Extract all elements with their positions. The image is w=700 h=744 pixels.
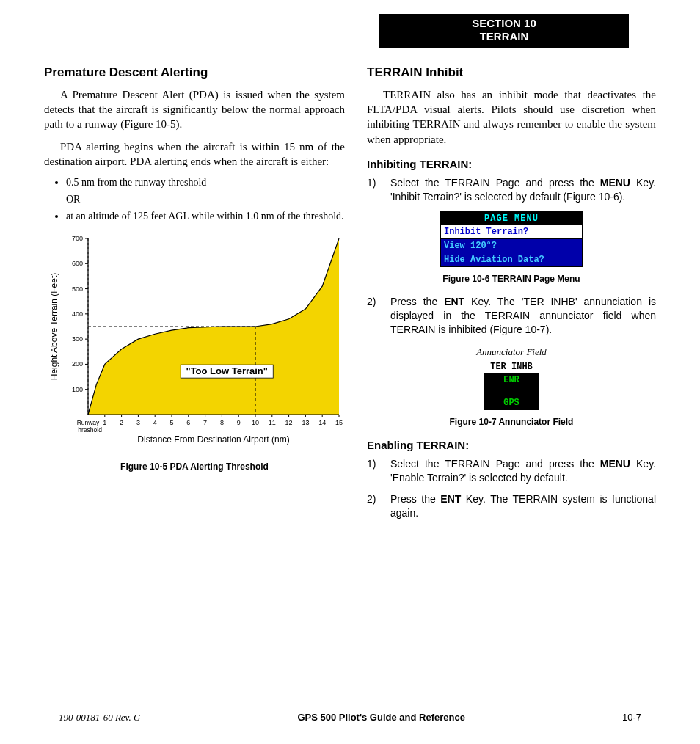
right-column: TERRAIN Inhibit TERRAIN also has an inhi… (367, 65, 656, 528)
or-label: OR (66, 193, 345, 207)
svg-text:Threshold: Threshold (74, 426, 102, 434)
page-menu-fig: PAGE MENU Inhibit Terrain? View 120°? Hi… (440, 211, 583, 267)
enable-step-1: 1) Select the TERRAIN Page and press the… (367, 457, 656, 485)
pda-chart-svg: 1234567891011121314151002003004005006007… (44, 231, 345, 451)
list-item-text: 0.5 nm from the runway threshold (66, 177, 206, 188)
step-text: Select the TERRAIN Page and press the ME… (390, 176, 656, 204)
svg-text:Distance From Destination Airp: Distance From Destination Airport (nm) (137, 434, 289, 445)
page-menu-row: Hide Aviation Data? (441, 253, 582, 266)
step-number: 1) (367, 457, 390, 485)
svg-text:14: 14 (318, 419, 326, 426)
annunciator-enr: ENR (484, 373, 539, 387)
svg-text:2: 2 (120, 419, 123, 426)
page-footer: 190-00181-60 Rev. G GPS 500 Pilot's Guid… (59, 712, 641, 723)
svg-text:1: 1 (103, 419, 106, 426)
enable-step-2: 2) Press the ENT Key. The TERRAIN system… (367, 492, 656, 520)
step-text: Press the ENT Key. The 'TER INHB' annunc… (390, 295, 656, 337)
list-item: 0.5 nm from the runway threshold OR (66, 176, 345, 207)
step-number: 2) (367, 295, 390, 337)
svg-text:13: 13 (302, 419, 309, 426)
inhibit-step-2: 2) Press the ENT Key. The 'TER INHB' ann… (367, 295, 656, 337)
annunciator-box: TER INHB ENR GPS (484, 360, 539, 410)
doc-rev: 190-00181-60 Rev. G (59, 712, 140, 723)
figure-10-5-caption: Figure 10-5 PDA Alerting Threshold (44, 461, 345, 473)
pda-conditions-list: 0.5 nm from the runway threshold OR at a… (66, 176, 345, 224)
step-number: 2) (367, 492, 390, 520)
ent-key-label: ENT (444, 296, 464, 307)
svg-text:6: 6 (186, 419, 190, 426)
svg-text:400: 400 (72, 310, 83, 318)
step-number: 1) (367, 176, 390, 204)
svg-text:"Too Low Terrain": "Too Low Terrain" (186, 365, 268, 376)
svg-text:9: 9 (237, 419, 241, 426)
svg-text:100: 100 (72, 386, 83, 393)
list-item: at an altitude of 125 feet AGL while wit… (66, 210, 345, 224)
svg-text:4: 4 (153, 419, 157, 426)
figure-10-6-caption: Figure 10-6 TERRAIN Page Menu (367, 273, 656, 285)
page-menu-selected: Inhibit Terrain? (441, 225, 582, 239)
heading-enabling: Enabling TERRAIN: (367, 438, 656, 453)
annunciator-blank (484, 387, 539, 396)
svg-text:300: 300 (72, 335, 83, 343)
heading-terrain-inhibit: TERRAIN Inhibit (367, 65, 656, 81)
svg-text:7: 7 (203, 419, 207, 426)
step-text: Select the TERRAIN Page and press the ME… (390, 457, 656, 485)
svg-text:11: 11 (269, 419, 276, 426)
svg-text:12: 12 (285, 419, 293, 426)
page-number: 10-7 (622, 712, 641, 723)
annunciator-gps: GPS (484, 396, 539, 409)
pda-para2: PDA alerting begins when the aircraft is… (44, 139, 345, 169)
page-menu-row: View 120°? (441, 239, 582, 252)
svg-text:Runway: Runway (77, 419, 100, 426)
annunciator-top: TER INHB (484, 360, 539, 373)
svg-text:700: 700 (72, 235, 83, 242)
ent-key-label: ENT (440, 493, 461, 505)
svg-text:Height Above Terrain (Feet): Height Above Terrain (Feet) (49, 273, 59, 381)
inhibit-para1: TERRAIN also has an inhibit mode that de… (367, 87, 656, 147)
left-column: Premature Descent Alerting A Premature D… (44, 65, 345, 528)
heading-inhibiting: Inhibiting TERRAIN: (367, 157, 656, 172)
svg-text:600: 600 (72, 260, 83, 267)
section-header-line1: SECTION 10 (379, 17, 629, 30)
chart-figure-10-5: 1234567891011121314151002003004005006007… (44, 231, 345, 455)
svg-text:10: 10 (252, 419, 259, 426)
inhibit-step-1: 1) Select the TERRAIN Page and press the… (367, 176, 656, 204)
annunciator-label: Annunciator Field (367, 346, 656, 359)
svg-text:15: 15 (335, 419, 343, 426)
section-header: SECTION 10 TERRAIN (379, 14, 629, 48)
svg-text:200: 200 (72, 360, 83, 368)
svg-text:500: 500 (72, 285, 83, 292)
svg-text:8: 8 (220, 419, 224, 426)
page-menu-title: PAGE MENU (441, 212, 582, 225)
section-header-line2: TERRAIN (379, 30, 629, 43)
figure-10-7-caption: Figure 10-7 Annunciator Field (367, 416, 656, 428)
svg-text:5: 5 (169, 419, 173, 426)
heading-pda: Premature Descent Alerting (44, 65, 345, 81)
pda-para1: A Premature Descent Alert (PDA) is issue… (44, 87, 345, 132)
step-text: Press the ENT Key. The TERRAIN system is… (390, 492, 656, 520)
menu-key-label: MENU (600, 177, 630, 189)
svg-text:3: 3 (136, 419, 140, 426)
annunciator-figure: Annunciator Field TER INHB ENR GPS (367, 346, 656, 410)
doc-title: GPS 500 Pilot's Guide and Reference (297, 712, 465, 723)
menu-key-label: MENU (600, 458, 630, 470)
